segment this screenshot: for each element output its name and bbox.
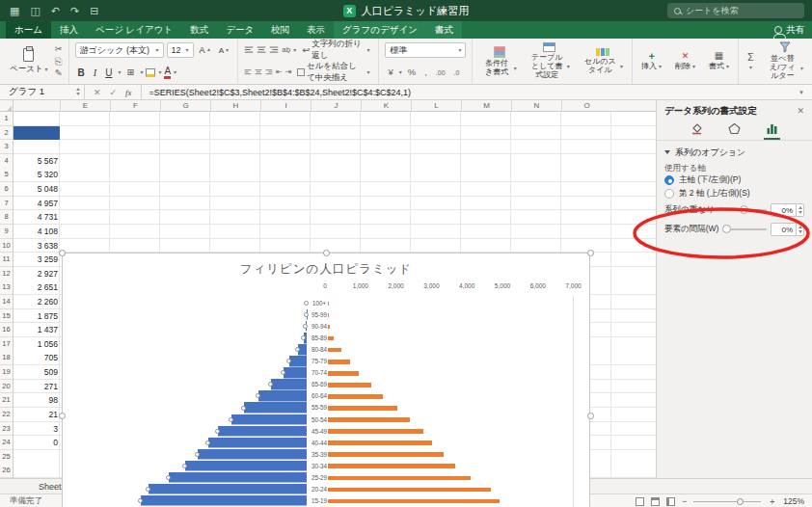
cell-value-row-20[interactable]: 271	[15, 380, 58, 394]
close-icon[interactable]: ✕	[797, 106, 804, 116]
row-header-22[interactable]: 22	[0, 408, 13, 422]
row-header-8[interactable]: 8	[0, 210, 13, 225]
align-center-icon[interactable]	[255, 67, 262, 77]
chart-selection-handle[interactable]	[587, 413, 594, 419]
increase-indent-icon[interactable]: ⇥	[285, 68, 292, 76]
gap-width-slider[interactable]	[722, 225, 767, 234]
percent-format-button[interactable]: %	[405, 67, 419, 78]
bar-female-25-29[interactable]	[328, 476, 471, 481]
font-size-select[interactable]: 12▾	[167, 42, 194, 58]
row-header-1[interactable]: 1	[0, 112, 13, 126]
formula-input[interactable]: =SERIES(Sheet2!$C$3,Sheet2!$B$4:$B$24,Sh…	[142, 85, 791, 99]
align-bottom-icon[interactable]	[269, 45, 279, 55]
insert-cells-button[interactable]: ＋ 挿入▾	[638, 50, 664, 72]
bar-male-60-64[interactable]	[258, 390, 307, 401]
italic-button[interactable]: I	[91, 67, 99, 79]
series-options-icon[interactable]	[764, 118, 780, 140]
tab-表示[interactable]: 表示	[298, 21, 334, 39]
format-cells-button[interactable]: ▦ 書式▾	[706, 50, 732, 72]
worksheet-grid[interactable]: 12345 56755 32065 04874 95784 73194 1081…	[0, 112, 656, 478]
row-header-11[interactable]: 11	[0, 253, 13, 267]
cell-value-row-6[interactable]: 5 048	[15, 182, 58, 197]
tab-挿入[interactable]: 挿入	[51, 21, 87, 39]
row-header-19[interactable]: 19	[0, 365, 13, 380]
row-header-16[interactable]: 16	[0, 323, 13, 337]
cell-value-row-4[interactable]: 5 567	[15, 154, 58, 169]
row-header-18[interactable]: 18	[0, 351, 13, 365]
cell-value-row-22[interactable]: 21	[15, 408, 58, 422]
row-header-7[interactable]: 7	[0, 197, 13, 211]
series-overlap-value[interactable]: 0%	[771, 203, 796, 217]
comma-format-button[interactable]: ,	[421, 67, 430, 78]
cell-value-row-11[interactable]: 3 259	[15, 253, 58, 267]
format-as-table-button[interactable]: テーブルとして書式設定▾	[527, 41, 573, 80]
page-break-view-icon[interactable]	[666, 497, 675, 506]
cell-value-row-8[interactable]: 4 731	[15, 210, 58, 225]
font-name-select[interactable]: 游ゴシック (本文)▾	[75, 42, 164, 58]
row-header-21[interactable]: 21	[0, 393, 13, 408]
row-header-5[interactable]: 5	[0, 168, 13, 182]
cell-value-row-5[interactable]: 5 320	[15, 168, 58, 182]
cell-value-row-15[interactable]: 1 875	[15, 309, 58, 324]
cell-value-row-18[interactable]: 705	[15, 351, 58, 365]
bar-male-55-59[interactable]	[244, 402, 307, 413]
column-header-O[interactable]: O	[561, 100, 611, 112]
cell-value-row-7[interactable]: 4 957	[15, 197, 58, 211]
enter-button[interactable]: ✓	[110, 88, 118, 97]
bar-female-30-34[interactable]	[328, 464, 455, 468]
column-header-I[interactable]: I	[260, 100, 311, 112]
zoom-level[interactable]: 125%	[783, 496, 804, 506]
bar-female-20-24[interactable]	[328, 488, 491, 493]
cell-value-row-17[interactable]: 1 056	[15, 337, 58, 352]
align-left-icon[interactable]	[244, 67, 252, 77]
name-box[interactable]: グラフ 1	[0, 85, 85, 99]
grow-font-button[interactable]: A▾	[197, 44, 213, 56]
row-header-24[interactable]: 24	[0, 436, 13, 450]
tab-校閲[interactable]: 校閲	[262, 21, 298, 39]
column-header-E[interactable]: E	[60, 100, 110, 112]
chart-title[interactable]: フィリピンの人口ピラミッド	[63, 261, 589, 278]
insert-function-button[interactable]: fx	[125, 88, 132, 97]
tab-ページ レイアウト[interactable]: ページ レイアウト	[87, 21, 181, 39]
cell-value-row-23[interactable]: 3	[15, 422, 58, 437]
paste-button[interactable]: ペースト▾	[6, 47, 52, 76]
decrease-decimal-button[interactable]: .0	[451, 68, 463, 77]
tab-数式[interactable]: 数式	[181, 21, 217, 39]
zoom-out-button[interactable]: −	[682, 496, 687, 506]
font-color-button[interactable]: A	[164, 67, 171, 79]
bar-male-25-29[interactable]	[169, 472, 307, 483]
cell-value-row-21[interactable]: 98	[15, 393, 58, 408]
secondary-axis-radio[interactable]: 第 2 軸 (上/右側)(S)	[657, 187, 812, 200]
cell-value-row-12[interactable]: 2 927	[15, 267, 58, 281]
row-header-2[interactable]: 2	[0, 126, 13, 141]
tab-データ[interactable]: データ	[217, 21, 262, 39]
cell-value-row-16[interactable]: 1 437	[15, 323, 58, 337]
cell-value-row-13[interactable]: 2 651	[15, 280, 58, 295]
column-header-J[interactable]: J	[311, 100, 361, 112]
bar-male-35-39[interactable]	[198, 449, 307, 460]
column-header-L[interactable]: L	[411, 100, 461, 112]
bar-female-50-54[interactable]	[328, 417, 410, 422]
effects-icon[interactable]	[726, 118, 743, 140]
row-header-14[interactable]: 14	[0, 295, 13, 309]
sort-filter-button[interactable]: 並べ替え/フィルター▾	[764, 40, 806, 81]
chart-selection-handle[interactable]	[59, 250, 66, 256]
cell-styles-button[interactable]: セルのスタイル▾	[580, 47, 626, 76]
formula-bar-expand-icon[interactable]: ▾	[791, 85, 812, 99]
series-options-section-header[interactable]: 系列のオプション	[657, 141, 812, 160]
bar-male-15-19[interactable]	[141, 495, 307, 506]
bar-female-55-59[interactable]	[328, 406, 397, 411]
column-header-K[interactable]: K	[361, 100, 411, 112]
column-header-F[interactable]: F	[110, 100, 160, 112]
tab-グラフのデザイン[interactable]: グラフのデザイン	[334, 21, 426, 39]
tab-ホーム[interactable]: ホーム	[6, 21, 51, 39]
align-top-icon[interactable]	[244, 45, 254, 55]
sheet-search-input[interactable]: シートを検索	[667, 3, 804, 18]
cell-value-row-14[interactable]: 2 260	[15, 295, 58, 309]
row-header-25[interactable]: 25	[0, 450, 13, 465]
orientation-button[interactable]: ab̘	[282, 46, 290, 54]
chart-selection-handle[interactable]	[323, 250, 330, 256]
gap-width-value[interactable]: 0%	[771, 223, 796, 236]
cell-value-row-9[interactable]: 4 108	[15, 225, 58, 239]
shrink-font-button[interactable]: A▾	[216, 45, 231, 56]
